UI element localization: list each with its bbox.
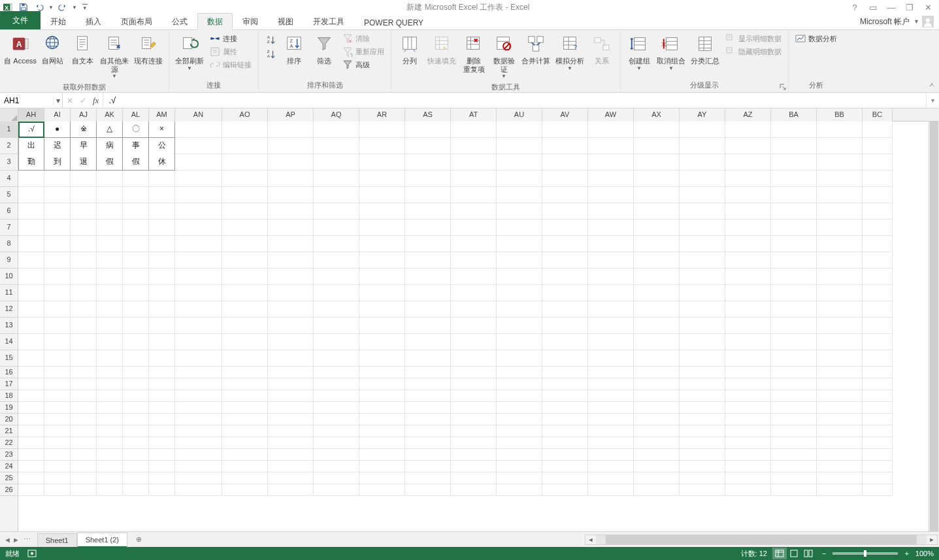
scrollbar-thumb[interactable] xyxy=(606,535,917,544)
row-header[interactable]: 3 xyxy=(0,154,18,171)
cell[interactable] xyxy=(314,472,359,484)
cell[interactable]: × xyxy=(149,122,175,138)
cell[interactable] xyxy=(588,414,634,425)
cell[interactable] xyxy=(588,425,634,437)
cell[interactable] xyxy=(634,154,680,171)
cell[interactable] xyxy=(542,378,588,390)
cell[interactable] xyxy=(175,318,222,334)
cell[interactable] xyxy=(542,425,588,437)
cell[interactable] xyxy=(451,236,497,252)
cell[interactable] xyxy=(97,203,123,220)
cell[interactable] xyxy=(314,236,359,252)
cell[interactable] xyxy=(817,220,863,236)
cell[interactable] xyxy=(71,378,97,390)
cell[interactable] xyxy=(359,484,405,496)
row-header[interactable]: 15 xyxy=(0,350,18,367)
cell[interactable] xyxy=(725,203,771,220)
cell[interactable] xyxy=(123,472,149,484)
cell[interactable] xyxy=(634,203,680,220)
from-web-button[interactable]: 自网站 xyxy=(38,31,67,67)
cell[interactable]: ● xyxy=(44,122,71,138)
cell[interactable] xyxy=(359,378,405,390)
page-layout-view-icon[interactable] xyxy=(787,548,801,559)
connections-button[interactable]: 连接 xyxy=(207,33,254,44)
cell[interactable] xyxy=(97,285,123,301)
from-text-button[interactable]: 自文本 xyxy=(68,31,97,67)
data-analysis-button[interactable]: 数据分析 xyxy=(793,33,840,44)
cell[interactable] xyxy=(123,425,149,437)
cell[interactable] xyxy=(588,236,634,252)
cell[interactable] xyxy=(222,301,268,318)
cell[interactable] xyxy=(817,437,863,449)
cell[interactable] xyxy=(268,138,314,154)
column-header[interactable]: BC xyxy=(863,108,893,122)
cell[interactable] xyxy=(44,203,71,220)
cell[interactable] xyxy=(725,285,771,301)
cell[interactable]: 退 xyxy=(71,154,97,171)
cell[interactable] xyxy=(817,236,863,252)
row-header[interactable]: 23 xyxy=(0,449,18,461)
row-header[interactable]: 22 xyxy=(0,437,18,449)
zoom-in-button[interactable]: + xyxy=(903,550,910,557)
cell[interactable] xyxy=(725,301,771,318)
cell[interactable] xyxy=(680,449,725,461)
cell[interactable] xyxy=(314,318,359,334)
cell[interactable] xyxy=(359,414,405,425)
cell[interactable]: 假 xyxy=(97,154,123,171)
column-header[interactable]: AM xyxy=(149,108,175,122)
cell[interactable] xyxy=(725,472,771,484)
cell[interactable] xyxy=(359,449,405,461)
cell[interactable] xyxy=(725,484,771,496)
cell[interactable] xyxy=(725,252,771,269)
cell[interactable] xyxy=(771,285,817,301)
cell[interactable] xyxy=(44,437,71,449)
collapse-ribbon-icon[interactable]: ㅅ xyxy=(929,80,935,90)
cell[interactable] xyxy=(175,334,222,350)
cell[interactable] xyxy=(175,154,222,171)
sheet-tab[interactable]: Sheet1 xyxy=(37,533,77,547)
cell[interactable] xyxy=(771,138,817,154)
cell[interactable] xyxy=(588,472,634,484)
cell[interactable] xyxy=(588,390,634,402)
column-header[interactable]: AS xyxy=(405,108,451,122)
cell[interactable] xyxy=(405,203,451,220)
cell[interactable] xyxy=(123,252,149,269)
cell[interactable] xyxy=(314,220,359,236)
cell[interactable] xyxy=(542,390,588,402)
cell[interactable] xyxy=(44,402,71,414)
cell[interactable] xyxy=(634,367,680,378)
cell[interactable] xyxy=(863,203,893,220)
cell[interactable] xyxy=(497,252,542,269)
hide-detail-button[interactable]: −隐藏明细数据 xyxy=(723,46,784,58)
clear-filter-button[interactable]: 清除 xyxy=(340,33,387,44)
cell[interactable] xyxy=(359,461,405,472)
cell[interactable] xyxy=(149,367,175,378)
cell[interactable] xyxy=(149,390,175,402)
macro-record-icon[interactable] xyxy=(27,549,37,558)
cell[interactable] xyxy=(222,154,268,171)
cell[interactable] xyxy=(588,350,634,367)
cell[interactable] xyxy=(97,378,123,390)
row-header[interactable]: 5 xyxy=(0,187,18,203)
cell[interactable] xyxy=(149,301,175,318)
cell[interactable] xyxy=(634,402,680,414)
cell[interactable] xyxy=(44,269,71,285)
cell[interactable] xyxy=(314,437,359,449)
cell[interactable] xyxy=(497,449,542,461)
row-header[interactable]: 20 xyxy=(0,414,18,425)
cell[interactable] xyxy=(817,334,863,350)
cell[interactable] xyxy=(863,402,893,414)
cell[interactable] xyxy=(149,402,175,414)
cell[interactable] xyxy=(771,301,817,318)
cell[interactable] xyxy=(314,350,359,367)
cell[interactable] xyxy=(634,437,680,449)
cell[interactable]: △ xyxy=(97,122,123,138)
cell[interactable] xyxy=(634,334,680,350)
cell[interactable]: 事 xyxy=(123,138,149,154)
cell[interactable] xyxy=(18,203,44,220)
cell[interactable] xyxy=(175,236,222,252)
cell[interactable] xyxy=(863,187,893,203)
cell[interactable] xyxy=(497,350,542,367)
cell[interactable] xyxy=(451,390,497,402)
redo-icon[interactable] xyxy=(56,1,69,14)
